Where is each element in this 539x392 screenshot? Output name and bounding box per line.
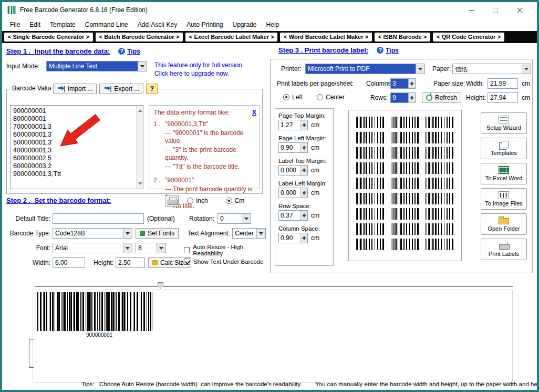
help-icon — [118, 48, 125, 55]
width-slider-handle[interactable] — [158, 282, 163, 289]
chevron-down-icon[interactable] — [123, 243, 132, 253]
templates-button[interactable]: Templates — [481, 138, 527, 159]
auto-resize-checkbox[interactable]: Auto Resize - High Readability — [184, 244, 269, 256]
chevron-down-icon[interactable] — [123, 229, 132, 238]
text-alignment-select[interactable]: Center — [232, 228, 266, 239]
open-folder-button[interactable]: Open Folder — [481, 213, 527, 235]
page-left-margin-spinner[interactable]: 0.90 — [278, 142, 308, 153]
menu-item-add-ascii-key[interactable]: Add-Ascii-Key — [133, 19, 182, 30]
checkbox-icon — [184, 259, 190, 265]
refresh-button[interactable]: Refresh — [422, 92, 461, 103]
label-top-margin-spinner[interactable]: 0.000 — [278, 165, 308, 176]
chevron-down-icon[interactable] — [242, 214, 251, 223]
menu-item-help[interactable]: Help — [262, 19, 284, 30]
paper-height-input[interactable] — [488, 92, 518, 103]
templates-icon — [499, 141, 509, 149]
menu-item-upgrade[interactable]: Upgrade — [228, 19, 262, 30]
show-text-checkbox[interactable]: Show Text Under Barcode — [184, 259, 263, 265]
spin-down-icon[interactable] — [409, 98, 415, 103]
default-title-input[interactable] — [53, 213, 144, 224]
printer-small-icon — [167, 197, 177, 205]
unit-cm-radio[interactable]: Cm — [226, 197, 245, 204]
spin-down-icon[interactable] — [409, 84, 415, 89]
print-format-button[interactable] — [165, 195, 179, 207]
values-help-button[interactable]: ? — [146, 84, 158, 94]
tab-single-barcode-generator[interactable]: < Single Barcode Generator > — [4, 33, 93, 42]
margin-item: Label Top Margin: 0.000cm — [278, 158, 330, 176]
step1-tips-link[interactable]: Tips — [118, 48, 140, 55]
step3-tips-link[interactable]: Tips — [377, 47, 398, 54]
scroll-up-icon[interactable] — [138, 107, 142, 112]
menu-item-file[interactable]: File — [5, 19, 25, 30]
spin-down-icon[interactable] — [301, 239, 307, 243]
chevron-down-icon[interactable] — [416, 64, 424, 74]
menu-item-auto-printing[interactable]: Auto-Printing — [182, 19, 227, 30]
scroll-down-icon[interactable] — [138, 182, 142, 187]
import-button[interactable]: Import ... — [53, 84, 97, 94]
page-top-margin-spinner[interactable]: 1.27 — [278, 120, 308, 130]
tab-word-barcode-label-maker[interactable]: < Word Barcode Label Maker > — [280, 33, 372, 42]
spin-down-icon[interactable] — [301, 171, 307, 176]
paper-width-input[interactable] — [488, 78, 518, 89]
tab-batch-barcode-generator[interactable]: < Batch Barcode Generator > — [96, 33, 183, 42]
chevron-down-icon[interactable] — [522, 64, 531, 74]
to-image-files-button[interactable]: To Image Files — [481, 188, 527, 210]
format-help-close[interactable]: X — [252, 109, 256, 116]
height-input[interactable] — [116, 257, 145, 268]
text-alignment-value: Center — [233, 229, 256, 238]
height-label: Height: — [89, 259, 113, 266]
tab-qr-code-generator[interactable]: < QR Code Generator > — [433, 33, 504, 42]
chevron-down-icon[interactable] — [157, 243, 165, 253]
chevron-down-icon[interactable] — [256, 229, 265, 238]
upgrade-link[interactable]: Click here to upgrade now. — [154, 69, 244, 78]
font-select[interactable]: Arial — [53, 243, 132, 253]
row-space-spinner[interactable]: 0.37 — [278, 210, 308, 221]
rotation-select[interactable]: 0 — [217, 213, 251, 224]
width-input[interactable] — [53, 257, 85, 268]
paper-select[interactable]: 信纸 — [452, 64, 531, 74]
menu-item-edit[interactable]: Edit — [25, 19, 45, 30]
maximize-button[interactable] — [483, 3, 507, 17]
menu-item-command-line[interactable]: Command-Line — [80, 19, 133, 30]
spinner-arrows — [300, 143, 307, 152]
font-size-select[interactable]: 8 — [136, 243, 166, 253]
close-button[interactable] — [507, 3, 532, 17]
rows-spinner[interactable]: 9 — [390, 92, 416, 103]
spin-down-icon[interactable] — [301, 126, 307, 130]
tab-isbn-barcode[interactable]: < ISBN Barcode > — [375, 33, 430, 42]
rows-value: 9 — [391, 93, 408, 102]
columns-spinner[interactable]: 3 — [390, 78, 416, 89]
label-left-margin-spinner[interactable]: 0.000 — [278, 188, 308, 198]
print-settings-groupbox: Printer: Microsoft Print to PDF Paper: 信… — [270, 59, 533, 273]
spin-down-icon[interactable] — [301, 216, 307, 221]
align-left-radio[interactable]: Left — [283, 94, 303, 101]
to-image-files-label: To Image Files — [485, 200, 523, 207]
barcode-type-select[interactable]: Code128B — [53, 228, 132, 239]
paper-height-unit: cm — [522, 94, 530, 101]
column-space-spinner[interactable]: 0.90 — [278, 233, 308, 243]
spin-down-icon[interactable] — [301, 148, 307, 153]
minimize-button[interactable] — [459, 3, 483, 17]
labels-per-page-label: Print labels per page/sheet: — [277, 80, 354, 87]
print-labels-button[interactable]: Print Labels — [481, 239, 527, 260]
chevron-down-icon[interactable] — [138, 61, 147, 71]
set-fonts-button[interactable]: Set Fonts — [136, 228, 179, 239]
unit-inch-radio[interactable]: Inch — [187, 197, 208, 204]
barcode-values-textarea[interactable]: 900000001 800000001 700000001,3 60000000… — [11, 106, 136, 189]
export-button[interactable]: Export ... — [99, 84, 143, 94]
values-scrollbar[interactable] — [136, 106, 143, 189]
tab-excel-barcode-label-maker[interactable]: < Excel Barcode Label Maker > — [185, 33, 277, 42]
label-preview-cell — [356, 178, 385, 189]
input-mode-select[interactable]: Multiple Line Text — [46, 61, 147, 71]
spin-down-icon[interactable] — [301, 193, 307, 198]
label-preview-cell — [426, 162, 454, 174]
align-center-radio[interactable]: Center — [317, 94, 345, 101]
to-excel-word-button[interactable]: To Excel Word — [481, 163, 527, 184]
setup-wizard-button[interactable]: Setup Wizard — [481, 112, 527, 134]
printer-icon — [499, 242, 509, 250]
printer-select[interactable]: Microsoft Print to PDF — [305, 64, 425, 74]
step3-heading: Step 3 . Print barcode label: — [278, 46, 368, 54]
barcode-type-label: Barcode Type: — [6, 230, 50, 237]
excel-icon — [499, 166, 509, 174]
menu-item-template[interactable]: Template — [45, 19, 80, 30]
